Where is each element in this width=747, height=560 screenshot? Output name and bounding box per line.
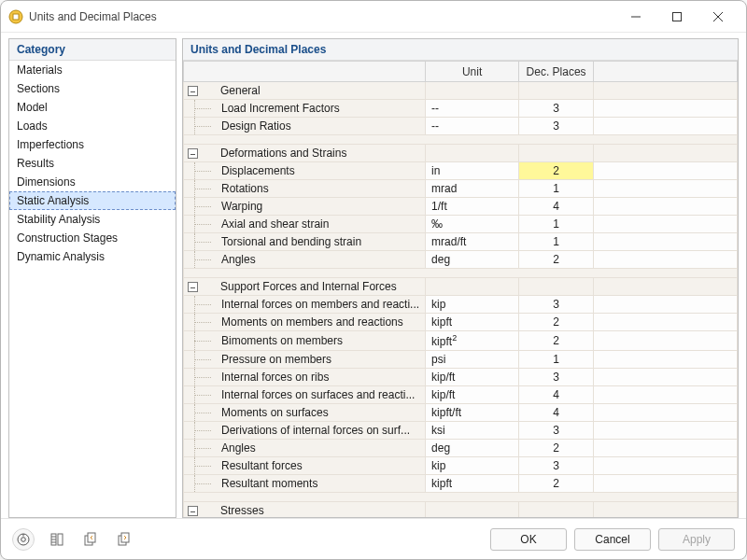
category-item[interactable]: Imperfections (9, 135, 176, 154)
unit-cell[interactable]: kipft/ft (426, 404, 519, 422)
setting-row: Load Increment Factors--3 (184, 100, 738, 118)
setting-label: Load Increment Factors (184, 100, 426, 118)
decimal-cell[interactable]: 4 (519, 404, 594, 422)
decimal-cell[interactable]: 3 (519, 422, 594, 440)
unit-cell[interactable]: -- (426, 118, 519, 135)
decimal-cell[interactable]: 2 (519, 440, 594, 457)
svg-rect-15 (88, 533, 95, 542)
settings-grid-scroll[interactable]: Unit Dec. Places GeneralLoad Increment F… (183, 61, 738, 517)
window-title: Units and Decimal Places (29, 10, 157, 23)
unit-cell[interactable]: ‰ (426, 216, 519, 233)
unit-cell[interactable]: mrad (426, 180, 519, 198)
decimal-cell[interactable]: 2 (519, 162, 594, 180)
decimal-cell[interactable]: 2 (519, 314, 594, 331)
unit-cell[interactable]: mrad/ft (426, 233, 519, 251)
decimal-cell[interactable]: 3 (519, 296, 594, 314)
category-item[interactable]: Construction Stages (9, 229, 176, 247)
category-item[interactable]: Loads (9, 117, 176, 135)
group-row[interactable]: Stresses (184, 502, 738, 518)
setting-label: Rotations (184, 180, 426, 198)
group-title: Stresses (220, 504, 264, 517)
category-item[interactable]: Stability Analysis (9, 210, 176, 229)
paste-settings-button[interactable] (113, 528, 135, 551)
decimal-cell[interactable]: 2 (519, 475, 594, 493)
unit-cell[interactable]: ksi (426, 422, 519, 440)
unit-cell[interactable]: deg (426, 251, 519, 269)
unit-cell[interactable]: kip (426, 457, 519, 475)
setting-row: Torsional and bending strainmrad/ft1 (184, 233, 738, 251)
setting-row: Internal forces on ribskip/ft3 (184, 369, 738, 386)
unit-cell[interactable]: kip/ft (426, 369, 519, 386)
decimal-cell[interactable]: 2 (519, 251, 594, 269)
collapse-icon[interactable] (188, 86, 198, 96)
setting-label: Displacements (184, 162, 426, 180)
unit-cell[interactable]: kip/ft (426, 386, 519, 404)
category-list: MaterialsSectionsModelLoadsImperfections… (9, 61, 176, 517)
collapse-icon[interactable] (188, 148, 198, 159)
extra-cell (594, 351, 738, 369)
decimal-cell[interactable]: 3 (519, 118, 594, 135)
unit-cell[interactable]: -- (426, 100, 519, 118)
maximize-button[interactable] (656, 3, 698, 31)
copy-settings-button[interactable] (79, 528, 102, 551)
collapse-icon[interactable] (188, 506, 198, 516)
category-item[interactable]: Materials (9, 61, 176, 79)
dialog-units-decimal: Units and Decimal Places Category Materi… (0, 0, 747, 560)
ok-button[interactable]: OK (490, 528, 567, 551)
unit-cell[interactable]: kip (426, 296, 519, 314)
category-item[interactable]: Dynamic Analysis (9, 247, 176, 266)
unit-cell[interactable]: in (426, 162, 519, 180)
decimal-cell[interactable]: 3 (519, 457, 594, 475)
extra-cell (594, 180, 738, 198)
settings-panel: Units and Decimal Places Unit Dec. Place… (182, 38, 739, 518)
close-button[interactable] (698, 3, 739, 31)
apply-button[interactable]: Apply (658, 528, 735, 551)
setting-label: Internal forces on ribs (184, 369, 426, 386)
svg-point-7 (21, 537, 26, 541)
collapse-icon[interactable] (188, 282, 198, 292)
extra-cell (594, 422, 738, 440)
decimal-cell[interactable]: 3 (519, 369, 594, 386)
group-title: General (220, 84, 261, 97)
setting-row: Design Ratios--3 (184, 118, 738, 135)
decimal-cell[interactable]: 1 (519, 180, 594, 198)
svg-rect-1 (13, 14, 19, 20)
category-item[interactable]: Dimensions (9, 173, 176, 191)
group-row[interactable]: General (184, 82, 738, 100)
decimal-cell[interactable]: 3 (519, 100, 594, 118)
unit-cell[interactable]: 1/ft (426, 198, 519, 216)
decimal-cell[interactable]: 1 (519, 233, 594, 251)
settings-heading: Units and Decimal Places (183, 39, 738, 61)
dialog-footer: OK Cancel Apply (1, 518, 746, 559)
category-item[interactable]: Results (9, 154, 176, 173)
unit-cell[interactable]: deg (426, 440, 519, 457)
setting-label: Derivations of internal forces on surf..… (184, 422, 426, 440)
unit-cell[interactable]: kipft2 (426, 331, 519, 351)
decimal-cell[interactable]: 1 (519, 216, 594, 233)
category-item[interactable]: Sections (9, 79, 176, 98)
setting-row: Derivations of internal forces on surf..… (184, 422, 738, 440)
unit-cell[interactable]: kipft (426, 314, 519, 331)
decimal-cell[interactable]: 4 (519, 386, 594, 404)
setting-row: Resultant forceskip3 (184, 457, 738, 475)
minimize-button[interactable] (615, 3, 656, 31)
decimal-cell[interactable]: 4 (519, 198, 594, 216)
setting-label: Warping (184, 198, 426, 216)
extra-cell (594, 369, 738, 386)
cancel-button[interactable]: Cancel (574, 528, 651, 551)
app-icon (8, 9, 23, 24)
group-row[interactable]: Support Forces and Internal Forces (184, 278, 738, 296)
decimal-cell[interactable]: 2 (519, 331, 594, 351)
extra-cell (594, 162, 738, 180)
unit-cell[interactable]: kipft (426, 475, 519, 493)
unit-cell[interactable]: psi (426, 351, 519, 369)
decimal-cell[interactable]: 1 (519, 351, 594, 369)
help-button[interactable] (12, 528, 35, 551)
category-item[interactable]: Model (9, 98, 176, 117)
reset-units-button[interactable] (46, 528, 68, 551)
setting-label: Angles (184, 251, 426, 269)
setting-label: Internal forces on surfaces and reacti..… (184, 386, 426, 404)
group-row[interactable]: Deformations and Strains (184, 145, 738, 162)
extra-cell (594, 216, 738, 233)
category-item[interactable]: Static Analysis (9, 191, 176, 210)
